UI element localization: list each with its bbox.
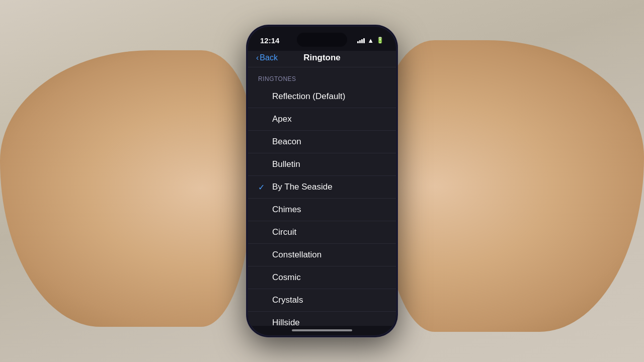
back-button[interactable]: ‹ Back: [256, 53, 278, 62]
ringtone-name: Cosmic: [272, 273, 301, 283]
page-title: Ringtone: [303, 53, 341, 63]
ringtone-list: Reflection (Default)ApexBeaconBulletin✓B…: [248, 85, 396, 326]
ringtone-item[interactable]: ✓By The Seaside: [248, 176, 396, 199]
status-time: 12:14: [260, 36, 279, 45]
phone-device: 12:14 ▲ 🔋 ‹ Back Ri: [247, 25, 397, 337]
hand-left: [0, 50, 252, 327]
ringtone-item[interactable]: Crystals: [248, 289, 396, 312]
status-icons: ▲ 🔋: [357, 37, 384, 44]
ringtone-item[interactable]: Cosmic: [248, 266, 396, 289]
battery-icon: 🔋: [376, 37, 384, 44]
phone-wrapper: 12:14 ▲ 🔋 ‹ Back Ri: [247, 25, 397, 337]
ringtone-name: Beacon: [272, 137, 301, 147]
navigation-bar: ‹ Back Ringtone: [248, 51, 396, 67]
ringtone-name: Circuit: [272, 227, 296, 237]
phone-screen: 12:14 ▲ 🔋 ‹ Back Ri: [248, 27, 396, 335]
ringtone-name: Crystals: [272, 295, 303, 305]
ringtone-name: Bulletin: [272, 159, 300, 169]
ringtone-item[interactable]: Apex: [248, 108, 396, 131]
ringtone-name: Chimes: [272, 205, 301, 215]
section-header: RINGTONES: [248, 67, 396, 85]
chevron-left-icon: ‹: [256, 53, 259, 62]
ringtone-name: Hillside: [272, 318, 300, 326]
checkmark-icon: ✓: [258, 183, 267, 192]
ringtone-name: Reflection (Default): [272, 92, 346, 102]
ringtone-item[interactable]: Constellation: [248, 244, 396, 266]
signal-icon: [357, 37, 365, 43]
ringtone-name: Apex: [272, 114, 292, 124]
home-indicator: [292, 329, 352, 331]
back-label[interactable]: Back: [260, 53, 278, 62]
ringtone-name: Constellation: [272, 250, 321, 260]
ringtone-name: By The Seaside: [272, 182, 333, 192]
hand-right: [382, 40, 644, 332]
wifi-icon: ▲: [367, 37, 374, 44]
ringtone-item[interactable]: Bulletin: [248, 153, 396, 176]
ringtone-item[interactable]: Beacon: [248, 131, 396, 153]
phone-notch: [297, 33, 347, 47]
ringtone-item[interactable]: Reflection (Default): [248, 85, 396, 108]
content-area: RINGTONES Reflection (Default)ApexBeacon…: [248, 67, 396, 326]
ringtone-item[interactable]: Chimes: [248, 199, 396, 221]
ringtone-item[interactable]: Hillside: [248, 312, 396, 326]
ringtone-item[interactable]: Circuit: [248, 221, 396, 244]
